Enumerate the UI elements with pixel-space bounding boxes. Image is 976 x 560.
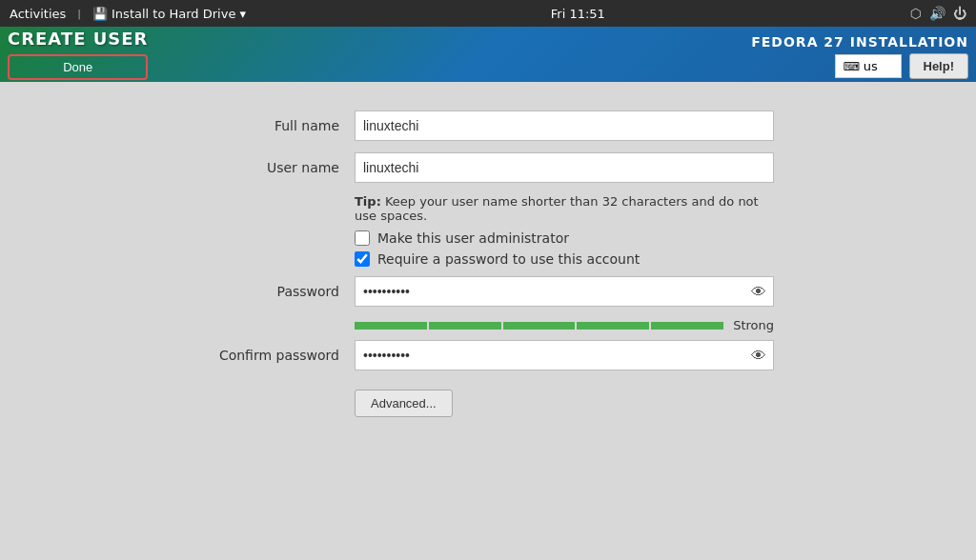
system-bar: Activities | 💾 Install to Hard Drive ▾ F… <box>0 0 976 27</box>
header-bar: CREATE USER Done FEDORA 27 INSTALLATION … <box>0 27 976 82</box>
require-password-checkbox[interactable] <box>355 251 370 267</box>
power-icon: ⏻ <box>953 6 966 21</box>
strength-segment-1 <box>355 322 427 330</box>
install-to-hard-drive-button[interactable]: 💾 Install to Hard Drive ▾ <box>92 7 246 21</box>
fullname-input[interactable] <box>355 110 774 141</box>
password-input-wrapper: 👁 <box>355 276 774 307</box>
password-visibility-toggle-icon[interactable]: 👁 <box>751 283 766 301</box>
strength-label: Strong <box>733 318 774 332</box>
page-title: CREATE USER <box>8 29 148 49</box>
done-button[interactable]: Done <box>8 54 148 80</box>
strength-segment-3 <box>503 322 576 330</box>
header-right: FEDORA 27 INSTALLATION ⌨ us Help! <box>751 27 976 82</box>
password-input[interactable] <box>355 276 774 307</box>
advanced-row: Advanced... <box>202 382 774 417</box>
require-password-checkbox-label[interactable]: Require a password to use this account <box>377 251 640 267</box>
tip-text: Tip: Keep your user name shorter than 32… <box>355 194 774 223</box>
dropdown-arrow-icon: ▾ <box>239 7 246 21</box>
activities-button[interactable]: Activities <box>10 7 66 21</box>
username-input[interactable] <box>355 152 774 183</box>
main-content: Full name User name Tip: Keep your user … <box>0 82 976 560</box>
password-row: Password 👁 <box>202 276 774 307</box>
fullname-label: Full name <box>202 118 355 133</box>
confirm-password-input[interactable] <box>355 340 774 370</box>
require-password-checkbox-row: Require a password to use this account <box>202 251 774 267</box>
password-label: Password <box>202 284 355 299</box>
strength-segment-4 <box>577 322 649 330</box>
keyboard-icon: ⌨ <box>844 60 860 73</box>
fedora-installation-label: FEDORA 27 INSTALLATION <box>751 27 976 53</box>
password-strength-row: Strong <box>202 318 774 332</box>
admin-checkbox-label[interactable]: Make this user administrator <box>377 230 569 246</box>
username-label: User name <box>202 160 355 175</box>
system-tray: ⬡ 🔊 ⏻ <box>910 6 966 21</box>
strength-segment-5 <box>651 322 723 330</box>
advanced-button[interactable]: Advanced... <box>355 390 453 417</box>
username-row: User name <box>202 152 774 183</box>
volume-icon: 🔊 <box>929 6 946 21</box>
help-button[interactable]: Help! <box>909 53 969 79</box>
admin-checkbox-row: Make this user administrator <box>202 230 774 246</box>
confirm-password-input-wrapper: 👁 <box>355 340 774 370</box>
strength-segment-2 <box>429 322 501 330</box>
create-user-form: Full name User name Tip: Keep your user … <box>202 110 774 417</box>
system-bar-left: Activities | 💾 Install to Hard Drive ▾ <box>10 7 246 21</box>
confirm-password-label: Confirm password <box>202 348 355 363</box>
tip-row: Tip: Keep your user name shorter than 32… <box>202 194 774 223</box>
header-left: CREATE USER Done <box>0 29 148 80</box>
clock: Fri 11:51 <box>551 7 605 21</box>
strength-bar <box>355 322 723 330</box>
language-selector[interactable]: ⌨ us <box>835 54 902 78</box>
fullname-row: Full name <box>202 110 774 141</box>
confirm-password-visibility-toggle-icon[interactable]: 👁 <box>751 347 766 365</box>
admin-checkbox[interactable] <box>355 230 370 246</box>
hard-drive-icon: 💾 <box>92 7 108 21</box>
confirm-password-row: Confirm password 👁 <box>202 340 774 370</box>
header-controls: ⌨ us Help! <box>835 53 977 87</box>
network-icon: ⬡ <box>910 6 922 21</box>
